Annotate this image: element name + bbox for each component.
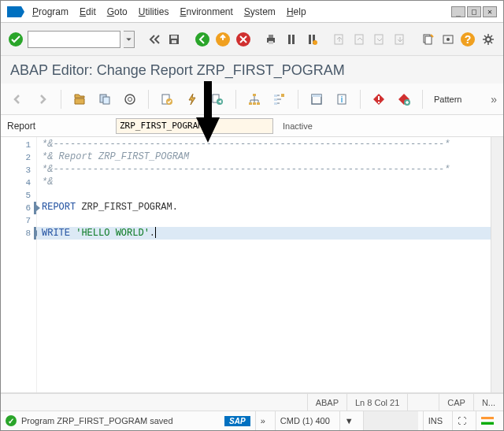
svg-point-4 xyxy=(195,32,209,46)
find-next-icon[interactable] xyxy=(303,31,321,48)
svg-rect-35 xyxy=(274,98,277,101)
svg-rect-16 xyxy=(425,36,432,44)
line-gutter: 1 2 3 4 5 6 7 8 xyxy=(1,137,37,392)
status-client: CMD (1) 400 xyxy=(275,411,335,430)
svg-rect-43 xyxy=(378,96,380,100)
status-flag-icon xyxy=(476,411,498,430)
svg-point-18 xyxy=(447,38,450,41)
svg-rect-36 xyxy=(274,102,277,105)
new-session-icon[interactable] xyxy=(419,31,436,48)
nav-fwd-icon[interactable] xyxy=(32,90,53,109)
status-ins: INS xyxy=(423,411,447,430)
svg-rect-39 xyxy=(312,95,321,97)
svg-text:?: ? xyxy=(465,33,472,46)
standard-toolbar: ? xyxy=(1,23,503,56)
svg-rect-31 xyxy=(249,102,252,105)
status-ok-icon: ✓ xyxy=(6,415,17,426)
enhance-icon[interactable] xyxy=(120,90,140,109)
status-num: N... xyxy=(473,394,503,411)
help-doc-icon[interactable]: i xyxy=(332,90,352,109)
report-label: Report xyxy=(7,121,109,132)
svg-rect-32 xyxy=(253,102,256,105)
menu-edit[interactable]: Edit xyxy=(80,6,96,17)
menu-goto[interactable]: Goto xyxy=(107,6,128,17)
maximize-button[interactable]: □ xyxy=(467,6,481,17)
menu-bar: Program Edit Goto Utilities Environment … xyxy=(1,1,503,23)
display-object-list-icon[interactable] xyxy=(69,90,90,109)
last-page-icon[interactable] xyxy=(391,31,409,48)
vertical-scrollbar[interactable] xyxy=(491,137,503,392)
settings-icon[interactable] xyxy=(480,31,497,48)
page-title: ABAP Editor: Change Report ZRP_FIRST_POG… xyxy=(1,56,503,84)
status-message: Program ZRP_FIRST_POGRAM saved xyxy=(21,416,173,425)
status-cap: CAP xyxy=(439,394,473,411)
first-page-icon[interactable] xyxy=(331,31,348,48)
svg-rect-34 xyxy=(274,95,277,97)
where-used-icon[interactable] xyxy=(244,90,265,109)
sap-logo-icon xyxy=(7,6,21,17)
report-row: Report Inactive xyxy=(1,115,503,137)
menu-environment[interactable]: Environment xyxy=(180,6,232,17)
svg-rect-30 xyxy=(253,94,256,96)
svg-text:i: i xyxy=(340,95,343,104)
back-icon[interactable] xyxy=(194,31,211,48)
find-icon[interactable] xyxy=(283,31,300,48)
exit-icon[interactable] xyxy=(214,31,232,48)
enter-icon[interactable] xyxy=(7,31,24,48)
window-controls: _ □ ✕ xyxy=(451,6,497,17)
pattern-button[interactable]: Pattern xyxy=(431,93,465,106)
code-area[interactable]: *&--------------------------------------… xyxy=(37,137,491,392)
fullscreen-icon[interactable] xyxy=(306,90,327,109)
print-icon[interactable] xyxy=(263,31,280,48)
command-field[interactable] xyxy=(28,31,120,48)
cancel-icon[interactable] xyxy=(235,31,252,48)
command-dropdown[interactable] xyxy=(124,31,135,48)
next-page-icon[interactable] xyxy=(371,31,388,48)
close-button[interactable]: ✕ xyxy=(483,6,497,17)
save-icon[interactable] xyxy=(165,31,183,48)
prev-page-icon[interactable] xyxy=(351,31,369,48)
check-icon[interactable] xyxy=(157,90,177,109)
toolbar-overflow-icon[interactable]: » xyxy=(491,93,497,106)
svg-point-25 xyxy=(128,97,132,101)
annotation-arrow-icon xyxy=(195,81,221,143)
menu-program[interactable]: Program xyxy=(32,6,69,17)
svg-rect-9 xyxy=(269,41,273,44)
application-toolbar: i Pattern » xyxy=(1,84,503,115)
svg-rect-47 xyxy=(481,417,494,419)
svg-rect-44 xyxy=(378,102,380,103)
svg-point-21 xyxy=(486,37,491,42)
svg-rect-23 xyxy=(103,97,109,104)
svg-point-10 xyxy=(313,40,317,45)
help-icon[interactable]: ? xyxy=(459,31,476,48)
other-object-icon[interactable] xyxy=(94,90,115,109)
svg-rect-2 xyxy=(171,35,177,39)
menu-utilities[interactable]: Utilities xyxy=(139,6,169,17)
report-status: Inactive xyxy=(283,121,313,131)
breakpoint-ext-icon[interactable] xyxy=(394,90,414,109)
svg-rect-48 xyxy=(481,419,494,422)
sap-badge: SAP xyxy=(224,416,250,426)
svg-point-24 xyxy=(125,95,135,104)
svg-rect-33 xyxy=(257,102,260,105)
editor-status-bar: ABAP Ln 8 Col 21 CAP N... xyxy=(1,393,503,411)
shortcut-icon[interactable] xyxy=(439,31,457,48)
svg-rect-8 xyxy=(269,35,273,38)
breakpoint-set-icon[interactable] xyxy=(369,90,389,109)
minimize-button[interactable]: _ xyxy=(451,6,465,17)
menu-help[interactable]: Help xyxy=(287,6,306,17)
back-dbl-icon[interactable] xyxy=(146,31,163,48)
svg-rect-49 xyxy=(481,422,494,425)
svg-rect-3 xyxy=(172,40,176,43)
status-cursor: Ln 8 Col 21 xyxy=(346,394,407,411)
code-editor[interactable]: 1 2 3 4 5 6 7 8 *&----------------------… xyxy=(1,137,503,393)
system-status-bar: ✓ Program ZRP_FIRST_POGRAM saved SAP » C… xyxy=(1,411,503,430)
display-nav-icon[interactable] xyxy=(269,90,290,109)
nav-back-icon[interactable] xyxy=(7,90,28,109)
menu-system[interactable]: System xyxy=(244,6,276,17)
svg-rect-37 xyxy=(281,94,284,97)
status-lang: ABAP xyxy=(307,394,346,411)
